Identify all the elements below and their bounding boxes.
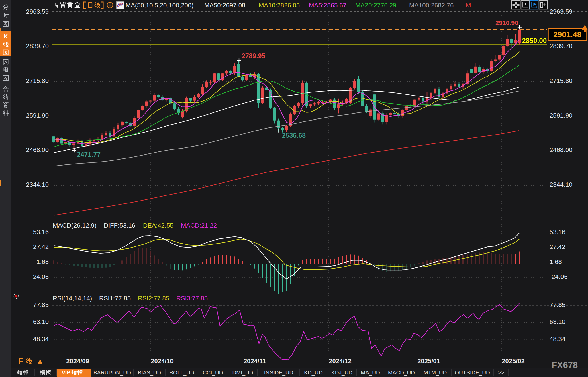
- svg-text:27.42: 27.42: [550, 243, 565, 250]
- svg-text:63.10: 63.10: [33, 318, 49, 325]
- svg-text:2910.90: 2910.90: [495, 19, 518, 26]
- svg-text:VIP: VIP: [62, 370, 70, 376]
- svg-text:BARUPDN_UD: BARUPDN_UD: [93, 370, 131, 376]
- svg-text:MACD:21.22: MACD:21.22: [181, 222, 217, 229]
- svg-text:>>: >>: [498, 370, 504, 376]
- svg-text:2850.00: 2850.00: [522, 37, 547, 44]
- svg-text:RSI3:77.85: RSI3:77.85: [176, 295, 208, 302]
- svg-text:2025/02: 2025/02: [502, 357, 525, 365]
- svg-text:2715.80: 2715.80: [550, 77, 573, 84]
- svg-text:2536.68: 2536.68: [282, 132, 306, 139]
- svg-text:2024/10: 2024/10: [151, 357, 174, 365]
- svg-text:2591.90: 2591.90: [26, 112, 49, 119]
- svg-text:M: M: [466, 2, 471, 9]
- svg-text:2901.48: 2901.48: [553, 30, 581, 39]
- svg-text:2789.95: 2789.95: [242, 52, 265, 60]
- svg-text:2963.59: 2963.59: [26, 8, 49, 15]
- svg-text:2839.70: 2839.70: [550, 42, 573, 50]
- svg-text:53.16: 53.16: [550, 228, 565, 236]
- svg-text:2344.10: 2344.10: [550, 181, 573, 188]
- svg-text:1.68: 1.68: [36, 258, 49, 265]
- svg-text:MA50:2697.08: MA50:2697.08: [204, 2, 245, 9]
- svg-text:INSIDE_UD: INSIDE_UD: [264, 370, 293, 376]
- svg-text:KD_UD: KD_UD: [304, 370, 322, 376]
- svg-text:2715.80: 2715.80: [26, 77, 49, 84]
- svg-text:2471.77: 2471.77: [77, 151, 101, 158]
- svg-text:77.85: 77.85: [33, 301, 49, 308]
- svg-text:K: K: [4, 33, 8, 40]
- svg-text:63.10: 63.10: [550, 318, 565, 325]
- svg-text:DMI_UD: DMI_UD: [232, 370, 253, 376]
- svg-text:1.68: 1.68: [550, 258, 562, 265]
- svg-text:MACD(26,12,9): MACD(26,12,9): [53, 222, 97, 229]
- svg-text:MTM_UD: MTM_UD: [424, 370, 447, 376]
- svg-text:48.34: 48.34: [33, 335, 49, 343]
- svg-text:RSI2:77.85: RSI2:77.85: [138, 295, 169, 302]
- svg-text:2344.10: 2344.10: [26, 181, 49, 188]
- svg-text:DIFF:53.16: DIFF:53.16: [104, 222, 135, 229]
- svg-text:2468.00: 2468.00: [550, 146, 573, 153]
- svg-text:MA100:2682.76: MA100:2682.76: [409, 2, 454, 9]
- svg-text:MA_UD: MA_UD: [361, 370, 380, 376]
- svg-text:BOLL_UD: BOLL_UD: [169, 370, 194, 376]
- svg-text:48.34: 48.34: [550, 335, 565, 343]
- svg-text:2025/01: 2025/01: [417, 357, 440, 365]
- svg-text:2024/12: 2024/12: [329, 357, 352, 365]
- svg-text:53.16: 53.16: [33, 228, 49, 236]
- svg-text:2024/11: 2024/11: [244, 357, 266, 365]
- svg-text:DEA:42.55: DEA:42.55: [143, 222, 173, 229]
- svg-text:MA(50,10,5,20,100,200): MA(50,10,5,20,100,200): [126, 2, 193, 9]
- svg-text:CCI_UD: CCI_UD: [203, 370, 223, 376]
- svg-text:-24.06: -24.06: [31, 273, 49, 280]
- svg-text:RSI1:77.85: RSI1:77.85: [99, 295, 131, 302]
- svg-text:2591.90: 2591.90: [550, 112, 573, 119]
- svg-text:MA20:2776.29: MA20:2776.29: [355, 2, 396, 9]
- svg-text:2024/09: 2024/09: [66, 357, 89, 365]
- svg-text:2839.70: 2839.70: [26, 42, 49, 50]
- svg-text:BIAS_UD: BIAS_UD: [138, 370, 161, 376]
- svg-text:RSI(14,14,14): RSI(14,14,14): [53, 295, 92, 302]
- svg-text:27.42: 27.42: [33, 243, 49, 250]
- svg-text:MACD_UD: MACD_UD: [388, 370, 415, 376]
- svg-text:77.85: 77.85: [550, 301, 565, 308]
- svg-text:MA10:2826.05: MA10:2826.05: [259, 2, 300, 9]
- svg-text:2963.59: 2963.59: [550, 8, 573, 15]
- svg-text:2468.00: 2468.00: [26, 146, 49, 153]
- svg-text:-24.06: -24.06: [550, 273, 567, 280]
- svg-text:KDJ_UD: KDJ_UD: [331, 370, 352, 376]
- svg-text:OUTSIDE_UD: OUTSIDE_UD: [455, 370, 490, 376]
- svg-text:MA5:2865.67: MA5:2865.67: [309, 2, 346, 9]
